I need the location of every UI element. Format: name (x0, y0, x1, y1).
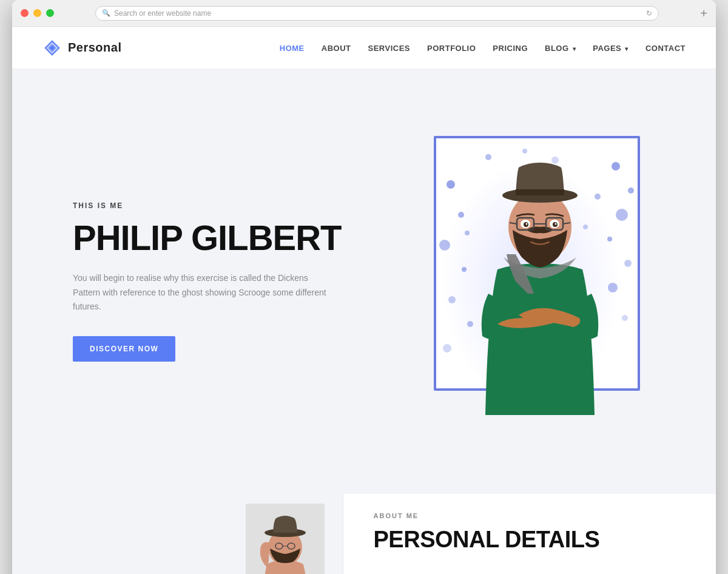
browser-window: 🔍 Search or enter website name ↻ + Perso… (12, 0, 716, 574)
hero-description: You will begin to realise why this exerc… (73, 271, 328, 314)
about-label: ABOUT ME (374, 512, 686, 519)
nav-item-home[interactable]: HOME (280, 42, 305, 53)
hero-image-container (416, 136, 646, 427)
person-thumbnail (246, 504, 325, 574)
hero-image-area (376, 136, 686, 427)
hero-person-svg (449, 136, 631, 427)
browser-content: Personal HOME ABOUT SERVICES PORTFOLIO (12, 27, 716, 574)
logo-link[interactable]: Personal (42, 38, 121, 58)
person-thumb-svg (246, 504, 325, 574)
nav-link-about[interactable]: ABOUT (322, 44, 351, 53)
new-tab-button[interactable]: + (700, 7, 707, 19)
close-button[interactable] (21, 9, 29, 17)
svg-point-35 (526, 223, 528, 225)
minimize-button[interactable] (33, 9, 41, 17)
nav-link-home[interactable]: HOME (280, 44, 305, 53)
chevron-down-icon: ▾ (573, 46, 576, 52)
nav-item-about[interactable]: ABOUT (322, 42, 351, 53)
hero-content: THIS IS ME PHILIP GILBERT You will begin… (73, 201, 376, 362)
discover-now-button[interactable]: DISCOVER NOW (73, 336, 175, 362)
logo-text: Personal (68, 41, 121, 55)
svg-point-36 (555, 223, 557, 225)
nav-item-pages[interactable]: PAGES ▾ (593, 42, 629, 53)
nav-item-portfolio[interactable]: PORTFOLIO (427, 42, 476, 53)
maximize-button[interactable] (46, 9, 54, 17)
nav-link-portfolio[interactable]: PORTFOLIO (427, 44, 476, 53)
website: Personal HOME ABOUT SERVICES PORTFOLIO (12, 27, 716, 574)
nav-item-blog[interactable]: BLOG ▾ (545, 42, 576, 53)
navbar: Personal HOME ABOUT SERVICES PORTFOLIO (12, 27, 716, 69)
hero-section: THIS IS ME PHILIP GILBERT You will begin… (12, 69, 716, 494)
nav-link-pricing[interactable]: PRICING (493, 44, 528, 53)
browser-titlebar: 🔍 Search or enter website name ↻ + (12, 0, 716, 27)
nav-item-services[interactable]: SERVICES (368, 42, 411, 53)
nav-link-services[interactable]: SERVICES (368, 44, 411, 53)
hero-subtitle: THIS IS ME (73, 201, 376, 210)
hero-title: PHILIP GILBERT (73, 220, 376, 257)
address-bar[interactable]: 🔍 Search or enter website name ↻ (95, 6, 659, 21)
nav-link-pages[interactable]: PAGES ▾ (593, 44, 629, 53)
navbar-nav: HOME ABOUT SERVICES PORTFOLIO PRICING (280, 42, 686, 53)
about-section-peek: ABOUT ME PERSONAL DETAILS (12, 494, 716, 574)
svg-rect-38 (516, 189, 564, 195)
reload-icon[interactable]: ↻ (646, 9, 652, 18)
nav-link-contact[interactable]: CONTACT (645, 44, 686, 53)
about-image-left (12, 494, 343, 574)
about-text-right: ABOUT ME PERSONAL DETAILS (343, 494, 716, 574)
search-icon: 🔍 (102, 9, 110, 17)
nav-link-blog[interactable]: BLOG ▾ (545, 44, 576, 53)
chevron-down-icon: ▾ (625, 46, 629, 52)
logo-icon (42, 38, 62, 58)
nav-item-contact[interactable]: CONTACT (645, 42, 686, 53)
nav-item-pricing[interactable]: PRICING (493, 42, 528, 53)
address-placeholder: Search or enter website name (114, 9, 211, 18)
about-title: PERSONAL DETAILS (374, 527, 686, 553)
